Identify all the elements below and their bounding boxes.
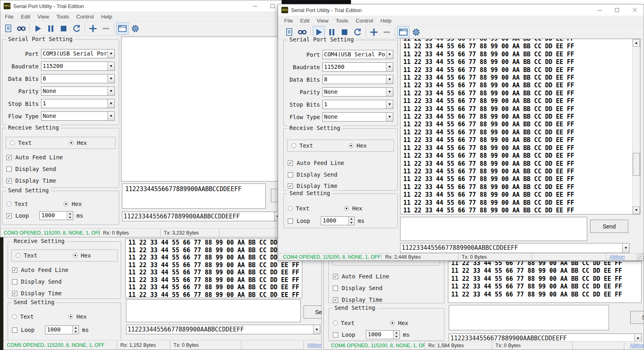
resize-grip[interactable] [636,253,644,260]
menu-view[interactable]: View [34,13,53,21]
com4-receive-display[interactable]: 11 22 33 44 55 66 77 88 99 00 AA BB CC D… [400,39,640,214]
stop-bits-select[interactable]: 1 [41,99,115,108]
menu-control[interactable]: Control [73,13,98,21]
loop-checkbox[interactable]: Loop [333,331,355,338]
spin-up-icon[interactable] [349,217,354,221]
com5-alithon-link[interactable]: Alithon [304,340,322,350]
auto-feed-line-checkbox[interactable]: Auto Feed Line [333,273,389,280]
com3-titlebar[interactable]: SPU Serial Port Utility - Trial Edition [0,0,281,12]
stop-button[interactable] [58,23,70,35]
com3-send-history-combo[interactable]: 11223344556677889900AABBCCDDEEFF [122,212,281,221]
port-select[interactable]: COM4(USB Serial Port [322,50,393,59]
spin-down-icon[interactable] [349,221,354,225]
data-bits-select[interactable]: 8 [41,74,115,83]
spin-up-icon[interactable] [73,326,78,330]
send-hex-radio[interactable]: Hex [390,320,408,326]
menu-file[interactable]: File [1,13,17,21]
remove-port-button[interactable] [100,23,112,35]
parity-select[interactable]: None [41,86,115,96]
com5-send-input[interactable] [126,299,301,322]
minimize-button[interactable] [246,0,264,12]
send-text-radio[interactable]: Text [333,320,355,326]
receive-text-radio[interactable]: Text [291,142,313,149]
menu-tools[interactable]: Tools [53,13,73,21]
com6-alithon-link[interactable]: Alithon [624,342,644,350]
spin-down-icon[interactable] [73,330,78,334]
loop-checkbox[interactable]: Loop [12,327,35,333]
loop-interval-spinner[interactable]: 1000 [39,211,73,220]
close-button[interactable] [626,4,644,16]
maximize-button[interactable] [608,4,626,16]
display-send-checkbox[interactable]: Display Send [333,285,382,291]
panel-layout-button[interactable] [116,23,128,35]
menu-control[interactable]: Control [352,17,377,25]
auto-feed-line-checkbox[interactable]: Auto Feed Line [12,267,68,273]
minimize-button[interactable] [590,4,608,16]
send-text-radio[interactable]: Text [6,201,28,207]
display-time-checkbox[interactable]: Display Time [12,290,62,296]
record-log-button[interactable] [15,23,27,35]
com6-send-input[interactable] [449,305,609,330]
send-hex-radio[interactable]: Hex [344,205,362,212]
loop-checkbox[interactable]: Loop [6,212,29,219]
scroll-up-button[interactable] [633,39,640,47]
menu-file[interactable]: File [281,17,297,25]
menu-edit[interactable]: Edit [297,17,313,25]
com6-send-button[interactable]: Send [630,311,644,324]
spin-down-icon[interactable] [394,335,399,339]
com4-send-button[interactable]: Send [590,220,628,233]
com4-titlebar[interactable]: SPU Serial Port Utility - Trial Edition [278,4,644,16]
menu-view[interactable]: View [313,17,332,25]
com4-alithon-link[interactable]: Alithon [606,253,636,260]
send-hex-radio[interactable]: Hex [68,313,87,320]
baudrate-select[interactable]: 115200 [41,62,115,71]
start-button[interactable] [32,23,44,35]
remove-port-button[interactable] [381,26,393,38]
refresh-button[interactable] [70,23,83,35]
receive-text-radio[interactable]: Text [10,140,32,146]
menu-tools[interactable]: Tools [332,17,352,25]
auto-feed-line-checkbox[interactable]: Auto Feed Line [6,154,63,161]
send-text-radio[interactable]: Text [288,205,310,212]
add-port-button[interactable] [87,23,99,35]
loop-checkbox[interactable]: Loop [288,218,310,224]
com6-receive-display[interactable]: 11 22 33 44 55 66 77 88 99 00 AA BB CC D… [448,261,642,303]
display-send-checkbox[interactable]: Display Send [6,166,56,172]
com5-send-history-combo[interactable]: 11223344556677889900AABBCCDDEEFF [126,325,320,334]
settings-button[interactable] [129,23,141,35]
display-time-checkbox[interactable]: Display Time [288,183,337,189]
flow-type-select[interactable]: None [322,112,393,121]
receive-hex-radio[interactable]: Hex [73,252,91,259]
send-text-radio[interactable]: Text [12,313,34,320]
parity-select[interactable]: None [322,87,393,97]
com4-send-input[interactable] [400,217,587,241]
scroll-down-button[interactable] [633,206,640,214]
spin-up-icon[interactable] [394,331,399,335]
loop-interval-spinner[interactable]: 1000 [366,330,400,339]
spin-up-icon[interactable] [67,212,73,216]
receive-text-radio[interactable]: Text [16,252,37,259]
com4-send-history-combo[interactable]: 11223344556677889900AABBCCDDEEFF [400,243,630,253]
send-hex-radio[interactable]: Hex [64,201,82,207]
com5-receive-display[interactable]: 11 22 33 44 55 66 77 88 99 00 AA BB CC D… [125,239,302,298]
display-time-checkbox[interactable]: Display Time [333,296,382,303]
com3-send-input[interactable]: 11223344556677889900AABBCCDDEEFF [122,183,266,209]
add-port-button[interactable] [368,26,380,38]
com3-receive-display[interactable] [121,37,281,181]
new-session-button[interactable] [2,23,14,35]
pause-button[interactable] [45,23,57,35]
receive-scrollbar[interactable] [632,39,640,214]
display-send-checkbox[interactable]: Display Send [288,171,337,178]
loop-interval-spinner[interactable]: 1000 [321,216,355,225]
menu-help[interactable]: Help [377,17,395,25]
display-time-checkbox[interactable]: Display Time [6,177,56,184]
spin-down-icon[interactable] [67,216,73,220]
com5-send-button[interactable]: Send [303,305,322,319]
display-send-checkbox[interactable]: Display Send [12,278,62,285]
chevron-down-icon[interactable] [313,325,320,334]
chevron-down-icon[interactable] [622,243,629,253]
data-bits-select[interactable]: 8 [322,75,393,84]
flow-type-select[interactable]: None [41,111,115,121]
menu-edit[interactable]: Edit [17,13,34,21]
receive-hex-radio[interactable]: Hex [69,140,87,146]
